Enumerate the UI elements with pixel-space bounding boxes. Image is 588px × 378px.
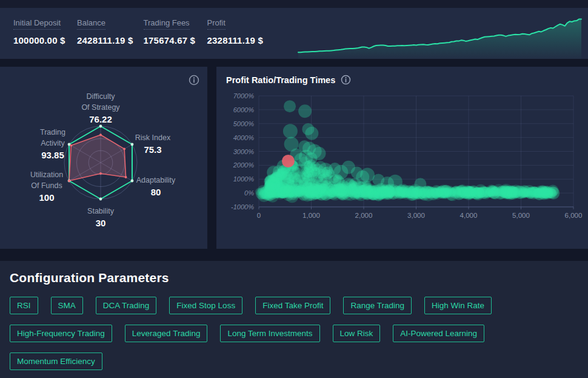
profit-ratio-scatter-chart: 7000%6000%5000%4000%3000%2000%1000%0%-10… <box>216 67 588 249</box>
stat-label[interactable]: Trading Fees <box>144 18 190 30</box>
scatter-header: Profit Ratio/Trading Times <box>226 75 351 86</box>
svg-text:3,000: 3,000 <box>407 212 425 219</box>
indicator-label-line: Trading <box>13 127 92 138</box>
info-icon[interactable] <box>340 75 351 86</box>
indicator-value: 76.22 <box>61 114 140 125</box>
config-tag-ai-powered-learning[interactable]: AI-Powered Learning <box>393 325 484 342</box>
svg-text:5000%: 5000% <box>233 120 254 127</box>
indicator-label-line: Of Funds <box>7 180 86 191</box>
stat-value: 175674.67 $ <box>144 35 197 46</box>
config-tag-leveraged-trading[interactable]: Leveraged Trading <box>125 325 208 342</box>
info-circle-icon <box>341 75 351 85</box>
svg-text:0: 0 <box>257 212 261 219</box>
config-tag-momentum-efficiency[interactable]: Momentum Efficiency <box>10 353 102 370</box>
indicator-label-line: Utilization <box>7 169 86 180</box>
indicator-label-line: Of Strategy <box>61 102 140 113</box>
indicator-value: 80 <box>116 187 195 198</box>
indicator-label-line: Stability <box>61 206 140 217</box>
profit-scatter-panel: Profit Ratio/Trading Times 7000%6000%500… <box>216 67 588 249</box>
indicator-value: 93.85 <box>13 150 92 161</box>
svg-text:4000%: 4000% <box>233 134 254 141</box>
svg-text:1000%: 1000% <box>233 175 254 183</box>
stat-label[interactable]: Balance <box>77 18 105 30</box>
strategy-radar-panel: Difficulty Of Strategy 76.22 Risk Index … <box>0 67 207 249</box>
radar-indicator-risk-index: Risk Index 75.3 <box>113 132 192 155</box>
stat-trading-fees: Trading Fees175674.67 $ <box>144 17 197 46</box>
svg-text:6000%: 6000% <box>233 106 254 113</box>
config-parameters-section: Configuration Parameters RSISMADCA Tradi… <box>0 261 588 378</box>
svg-text:0%: 0% <box>244 189 254 197</box>
stat-value: 2428111.19 $ <box>77 35 133 46</box>
stat-label[interactable]: Initial Deposit <box>13 18 61 30</box>
indicator-label-line: Activity <box>13 138 92 149</box>
stat-initial-deposit: Initial Deposit100000.00 $ <box>13 17 67 46</box>
info-circle-icon <box>189 75 199 86</box>
top-strip <box>0 0 588 8</box>
radar-indicator-trading-activity: Trading Activity 93.85 <box>13 127 92 161</box>
svg-text:7000%: 7000% <box>233 92 254 100</box>
info-icon[interactable] <box>189 75 199 86</box>
config-tag-long-term-investments[interactable]: Long Term Investments <box>220 325 319 342</box>
radar-indicator-utilization-of-funds: Utilization Of Funds 100 <box>7 169 86 203</box>
stat-value: 100000.00 $ <box>13 35 67 46</box>
account-stats-bar: Initial Deposit100000.00 $Balance2428111… <box>0 8 588 59</box>
svg-text:4,000: 4,000 <box>460 212 478 219</box>
svg-text:-1000%: -1000% <box>231 203 254 211</box>
stat-value: 2328111.19 $ <box>207 35 264 46</box>
indicator-label-line: Risk Index <box>113 132 192 143</box>
config-tags-list: RSISMADCA TradingFixed Stop LossFixed Ta… <box>10 297 578 370</box>
equity-sparkline-chart <box>296 10 585 59</box>
config-tag-low-risk[interactable]: Low Risk <box>333 325 381 342</box>
indicator-value: 30 <box>61 218 140 229</box>
stat-label[interactable]: Profit <box>207 18 226 30</box>
scatter-title: Profit Ratio/Trading Times <box>226 75 335 85</box>
indicator-value: 100 <box>7 192 86 203</box>
indicator-label-line: Adaptability <box>116 175 195 186</box>
stat-balance: Balance2428111.19 $ <box>77 17 133 46</box>
stats-list: Initial Deposit100000.00 $Balance2428111… <box>13 17 263 46</box>
config-tag-high-win-rate[interactable]: High Win Rate <box>424 297 492 314</box>
radar-indicator-difficulty-of-strategy: Difficulty Of Strategy 76.22 <box>61 91 140 125</box>
svg-text:3000%: 3000% <box>233 148 254 155</box>
config-tag-dca-trading[interactable]: DCA Trading <box>96 297 157 314</box>
config-tag-rsi[interactable]: RSI <box>10 297 38 314</box>
config-tag-fixed-take-profit[interactable]: Fixed Take Profit <box>255 297 330 314</box>
svg-text:2,000: 2,000 <box>355 212 373 219</box>
indicator-label-line: Difficulty <box>61 91 140 102</box>
indicator-value: 75.3 <box>113 144 192 155</box>
config-section-title: Configuration Parameters <box>10 271 588 285</box>
svg-text:6,000: 6,000 <box>565 212 583 219</box>
config-tag-fixed-stop-loss[interactable]: Fixed Stop Loss <box>169 297 242 314</box>
config-tag-sma[interactable]: SMA <box>51 297 83 314</box>
svg-text:2000%: 2000% <box>233 161 254 169</box>
config-tag-high-frequency-trading[interactable]: High-Frequency Trading <box>10 325 112 342</box>
svg-text:1,000: 1,000 <box>302 212 320 219</box>
radar-indicator-stability: Stability 30 <box>61 206 140 229</box>
radar-indicator-adaptability: Adaptability 80 <box>116 175 195 198</box>
stat-profit: Profit2328111.19 $ <box>207 17 264 46</box>
config-tag-range-trading[interactable]: Range Trading <box>343 297 412 314</box>
svg-text:5,000: 5,000 <box>512 212 530 219</box>
